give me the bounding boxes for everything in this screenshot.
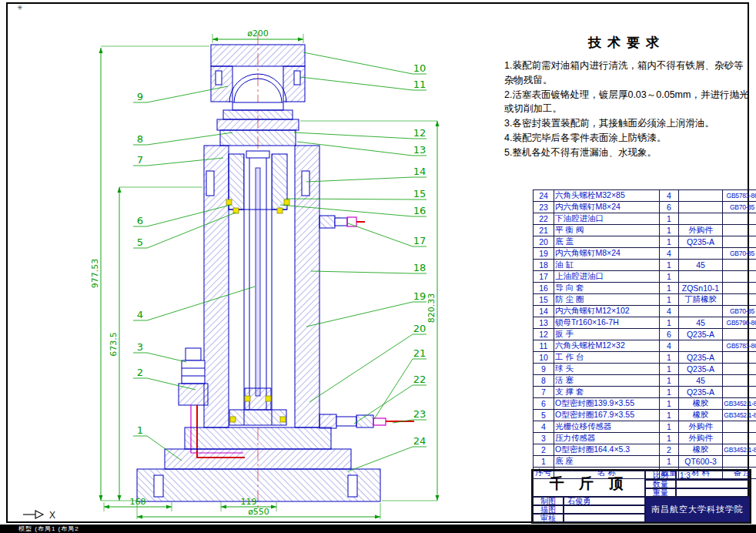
bom-row: 5O型密封圈167.9×3.551橡胶GB3452.1-82 bbox=[534, 410, 756, 421]
callout-2: 2 bbox=[137, 367, 143, 378]
bom-cell-no: 9 bbox=[534, 364, 554, 375]
bom-cell-name: 支 撑 套 bbox=[554, 387, 660, 398]
bom-cell-material: 丁腈橡胶 bbox=[679, 294, 723, 306]
callout-17: 17 bbox=[413, 235, 427, 246]
bom-cell-no: 3 bbox=[534, 433, 554, 444]
bom-cell-material: ZQSn10-1 bbox=[679, 283, 723, 294]
bom-row: 17上油腔进油口1 bbox=[534, 271, 756, 283]
bom-cell-name: 平 衡 阀 bbox=[554, 225, 660, 236]
bom-cell-material: 橡胶 bbox=[679, 444, 723, 456]
bom-cell-qty: 6 bbox=[660, 202, 679, 213]
upper-oil-port-fitting bbox=[319, 216, 365, 228]
ucs-icon: X bbox=[23, 510, 55, 521]
bom-row: 13锁母Tr160×16-7H145GB5796-86 bbox=[534, 317, 756, 329]
callout-22: 22 bbox=[413, 374, 427, 385]
callout-18: 18 bbox=[413, 262, 427, 273]
tech-requirement-item: 4.装配完毕后各零件表面涂上防锈漆。 bbox=[504, 131, 749, 146]
bom-cell-no: 20 bbox=[534, 236, 554, 248]
svg-text:ø200: ø200 bbox=[247, 28, 269, 39]
layout-tab-bar[interactable]: 模型 (布局1 (布局2 bbox=[0, 525, 756, 533]
tech-requirement-item: 2.活塞表面镀铬处理，镀层厚0.03～0.05mm，并进行抛光或切削加工。 bbox=[504, 88, 749, 117]
bom-cell-name: 活 塞 bbox=[554, 375, 660, 387]
bom-row: 10工 作 台1Q235-A bbox=[534, 352, 756, 364]
cad-sheet: ✳ bbox=[0, 0, 756, 533]
bom-cell-qty: 1 bbox=[660, 213, 679, 225]
bom-cell-no: 5 bbox=[534, 410, 554, 421]
scale-value: 1:3 bbox=[676, 471, 750, 480]
bom-row: 16导 向 套1ZQSn10-1 bbox=[534, 283, 756, 294]
bom-cell-remark bbox=[723, 375, 756, 387]
bom-cell-qty: 1 bbox=[660, 236, 679, 248]
work-table-and-ball-head bbox=[211, 45, 305, 102]
bom-cell-no: 2 bbox=[534, 444, 554, 456]
organization-name: 南昌航空大学科技学院 bbox=[645, 497, 750, 522]
bom-cell-material: 橡胶 bbox=[679, 410, 723, 421]
bom-cell-name: 内六角螺钉M8×24 bbox=[554, 248, 660, 260]
bom-cell-remark bbox=[723, 421, 756, 433]
bom-cell-material bbox=[679, 190, 723, 202]
bom-cell-material: 橡胶 bbox=[679, 398, 723, 410]
bom-cell-qty: 1 bbox=[660, 410, 679, 421]
bom-cell-no: 12 bbox=[534, 329, 554, 340]
weight-label: 重量 bbox=[645, 488, 676, 497]
bom-cell-name: 内六角螺钉M8×24 bbox=[554, 202, 660, 213]
bom-cell-name: 锁母Tr160×16-7H bbox=[554, 317, 660, 329]
quantity-value bbox=[676, 480, 750, 488]
bom-cell-qty: 4 bbox=[660, 248, 679, 260]
callout-3: 3 bbox=[137, 341, 143, 353]
bom-cell-material: Q235-A bbox=[679, 352, 723, 364]
bom-cell-qty: 4 bbox=[660, 306, 679, 317]
bom-cell-name: O型密封圈164.4×5.3 bbox=[554, 444, 660, 456]
bom-cell-remark: GB3452.1-82 bbox=[723, 444, 756, 456]
bom-cell-material: 外购件 bbox=[679, 433, 723, 444]
drafter-label: 制图 bbox=[533, 497, 564, 505]
callout-1: 1 bbox=[137, 424, 143, 436]
bom-row: 20底 盖1Q235-A bbox=[534, 236, 756, 248]
bom-cell-name: 内六角螺钉M12×102 bbox=[554, 306, 660, 317]
bom-cell-no: 14 bbox=[534, 306, 554, 317]
bom-row: 15防 尘 圈1丁腈橡胶 bbox=[534, 294, 756, 306]
bom-cell-remark: GB5796-86 bbox=[723, 317, 756, 329]
bom-cell-qty: 1 bbox=[660, 375, 679, 387]
bom-cell-qty: 1 bbox=[660, 283, 679, 294]
bom-cell-qty: 1 bbox=[660, 260, 679, 271]
scale-label: 比例 bbox=[645, 471, 676, 480]
bom-cell-no: 22 bbox=[534, 213, 554, 225]
callout-5: 5 bbox=[137, 236, 143, 248]
bom-cell-remark: GB5783-86 bbox=[723, 190, 756, 202]
bom-cell-remark bbox=[723, 213, 756, 225]
bom-cell-no: 23 bbox=[534, 202, 554, 213]
bom-cell-no: 21 bbox=[534, 225, 554, 236]
callout-8: 8 bbox=[137, 133, 143, 145]
bom-cell-material: 45 bbox=[679, 317, 723, 329]
bom-row: 22下油腔进油口1 bbox=[534, 213, 756, 225]
bom-cell-material: QT600-3 bbox=[679, 456, 723, 468]
svg-text:168: 168 bbox=[130, 497, 146, 507]
callout-4: 4 bbox=[137, 309, 143, 320]
bom-cell-qty: 1 bbox=[660, 398, 679, 410]
bom-cell-no: 11 bbox=[534, 340, 554, 352]
bom-cell-qty: 1 bbox=[660, 271, 679, 283]
bom-cell-qty: 1 bbox=[660, 421, 679, 433]
callout-21: 21 bbox=[413, 347, 427, 359]
bom-cell-no: 16 bbox=[534, 283, 554, 294]
bom-cell-remark bbox=[723, 294, 756, 306]
bom-table: 24六角头螺栓M32×854GB5783-86 23内六角螺钉M8×246GB7… bbox=[533, 189, 756, 479]
bom-cell-material: 外购件 bbox=[679, 225, 723, 236]
bom-cell-material: 外购件 bbox=[679, 421, 723, 433]
bom-cell-remark: GB3452.1-82 bbox=[723, 410, 756, 421]
bom-cell-material bbox=[679, 202, 723, 213]
bom-cell-material: Q235-A bbox=[679, 236, 723, 248]
model-layout-tabs[interactable]: 模型 (布局1 (布局2 bbox=[18, 525, 79, 532]
bom-cell-qty: 1 bbox=[660, 387, 679, 398]
bom-cell-no: 8 bbox=[534, 375, 554, 387]
callout-10: 10 bbox=[413, 62, 427, 74]
bom-row: 23内六角螺钉M8×246GB70-85 bbox=[534, 202, 756, 213]
bom-cell-material: 45 bbox=[679, 260, 723, 271]
bom-row: 24六角头螺栓M32×854GB5783-86 bbox=[534, 190, 756, 202]
bom-cell-remark: GB3452.1-82 bbox=[723, 398, 756, 410]
bom-row: 11六角头螺栓M12×324GB5783-86 bbox=[534, 340, 756, 352]
bom-cell-qty: 1 bbox=[660, 317, 679, 329]
bom-row: 3压力传感器1外购件 bbox=[534, 433, 756, 444]
bom-row: 21平 衡 阀1外购件 bbox=[534, 225, 756, 236]
